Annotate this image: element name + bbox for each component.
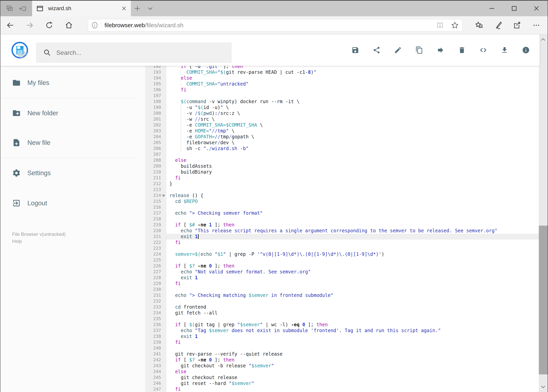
hub-favorites-icon[interactable] xyxy=(470,16,489,35)
sidebar-item-logout[interactable]: Logout xyxy=(12,196,133,210)
refresh-button[interactable] xyxy=(40,16,59,35)
code-line[interactable]: 246 git reset --hard "$semver" xyxy=(145,380,539,386)
code-line[interactable]: 201 -w //src \ xyxy=(145,116,539,122)
code-line[interactable]: 223 xyxy=(145,245,539,251)
scrollbar-thumb[interactable] xyxy=(539,226,548,374)
code-line[interactable]: 227 echo "Not valid semver format. See s… xyxy=(145,269,539,275)
share-icon[interactable] xyxy=(508,16,527,35)
fold-marker-icon[interactable] xyxy=(162,195,165,197)
code-line[interactable]: 213 xyxy=(145,187,539,193)
code-line[interactable]: 193 COMMIT_SHA="$(git rev-parse HEAD | c… xyxy=(145,69,539,75)
code-line[interactable]: 238 exit 1 xyxy=(145,334,539,339)
code-line[interactable]: 214release () { xyxy=(145,193,539,198)
code-line[interactable]: 192 if [ -d ".git" ]; then xyxy=(145,66,539,69)
url-text[interactable]: filebrowser.web/files/wizard.sh xyxy=(104,22,433,28)
code-line[interactable]: 240 xyxy=(145,345,539,351)
code-line[interactable]: 219 if [ $# -ne 1 ]; then xyxy=(145,222,539,228)
code-line[interactable]: 208 else xyxy=(145,157,539,163)
code-line[interactable]: 216 xyxy=(145,204,539,210)
code-line[interactable]: 239 fi xyxy=(145,339,539,345)
tab-preview-chevron-icon[interactable] xyxy=(144,0,157,16)
code-line[interactable]: 209 buildAssets xyxy=(145,163,539,169)
code-line[interactable]: 230 xyxy=(145,287,539,292)
code-line[interactable]: 207 xyxy=(145,152,539,157)
code-line[interactable]: 242 if [ $? -ne 0 ]; then xyxy=(145,357,539,363)
delete-button[interactable] xyxy=(458,46,466,54)
code-line[interactable]: 197 xyxy=(145,93,539,99)
scroll-up-icon[interactable] xyxy=(540,37,546,42)
code-line[interactable]: 218 xyxy=(145,216,539,222)
sidebar-item-new-file[interactable]: New file xyxy=(12,136,133,150)
home-button[interactable] xyxy=(59,16,79,35)
code-line[interactable]: 236 if [ $(git tag | grep "$semver" | wc… xyxy=(145,322,539,328)
code-line[interactable]: 210 buildBinary xyxy=(145,169,539,175)
code-line[interactable]: 232 xyxy=(145,298,539,304)
code-line[interactable]: 212} xyxy=(145,181,539,187)
code-line[interactable]: 204 -e GOPATH=//tmp/gopath \ xyxy=(145,134,539,140)
code-line[interactable]: 241 git rev-parse --verify --quiet relea… xyxy=(145,351,539,357)
code-line[interactable]: 206 sh -c "./wizard.sh -b" xyxy=(145,146,539,152)
set-tabs-aside-icon[interactable] xyxy=(19,4,27,13)
code-line[interactable]: 195 COMMIT_SHA="untracked" xyxy=(145,81,539,87)
code-line[interactable]: 203 -e HOME="//tmp" \ xyxy=(145,128,539,134)
code-line[interactable]: 225 xyxy=(145,257,539,263)
scroll-down-icon[interactable] xyxy=(540,384,546,390)
code-line[interactable]: 233 cd frontend xyxy=(145,304,539,310)
code-line[interactable]: 237 echo "Tag $semver does not exist in … xyxy=(145,328,539,334)
minimize-button[interactable] xyxy=(481,0,503,16)
page-scrollbar[interactable] xyxy=(539,35,548,392)
code-line[interactable]: 243 git checkout -b release "$semver" xyxy=(145,363,539,369)
address-bar[interactable]: filebrowser.web/files/wizard.sh xyxy=(88,19,463,31)
annotate-pen-icon[interactable] xyxy=(489,16,508,35)
code-line[interactable]: 231 echo "> Checking matching $semver in… xyxy=(145,292,539,298)
edit-button[interactable] xyxy=(394,46,402,54)
search-bar[interactable] xyxy=(36,42,232,63)
tab-close-icon[interactable] xyxy=(121,6,127,11)
code-line[interactable]: 244 else xyxy=(145,369,539,375)
code-line[interactable]: 199 -u "$(id -u)" \ xyxy=(145,105,539,110)
sidebar-item-settings[interactable]: Settings xyxy=(12,166,133,180)
code-line[interactable]: 196 fi xyxy=(145,87,539,93)
code-line[interactable]: 245 git checkout release xyxy=(145,375,539,380)
code-line[interactable]: 200 -v /$(pwd):/src:z \ xyxy=(145,110,539,116)
site-info-icon[interactable] xyxy=(88,21,101,29)
move-button[interactable] xyxy=(437,46,444,54)
maximize-button[interactable] xyxy=(503,0,525,16)
close-button[interactable] xyxy=(525,0,548,16)
copy-button[interactable] xyxy=(415,46,423,54)
help-link[interactable]: Help xyxy=(12,238,22,245)
code-line[interactable]: 222 fi xyxy=(145,239,539,245)
code-line[interactable]: 211 fi xyxy=(145,175,539,181)
new-tab-button[interactable] xyxy=(131,0,144,16)
code-view-button[interactable] xyxy=(479,46,487,54)
search-input[interactable] xyxy=(56,49,213,56)
more-options-icon[interactable] xyxy=(527,16,546,35)
code-line[interactable]: 217 echo "> Checking semver format" xyxy=(145,210,539,216)
tabs-set-aside-icon[interactable] xyxy=(5,4,14,13)
sidebar-item-my-files[interactable]: My files xyxy=(12,76,133,90)
code-line[interactable]: 224 semver=$(echo "$1" | grep -P '^v(0|[… xyxy=(145,251,539,257)
code-line[interactable]: 247 fi xyxy=(145,386,539,392)
sidebar-item-new-folder[interactable]: New folder xyxy=(12,106,133,120)
share-file-button[interactable] xyxy=(373,46,381,54)
info-button[interactable] xyxy=(522,46,530,54)
code-line[interactable]: 228 exit 1 xyxy=(145,275,539,281)
code-line[interactable]: 220 echo "This release script requires a… xyxy=(145,228,539,234)
code-line[interactable]: 198 $(command -v winpty) docker run --rm… xyxy=(145,99,539,105)
download-button[interactable] xyxy=(501,46,508,54)
save-button[interactable] xyxy=(351,46,359,54)
add-favorite-star-icon[interactable] xyxy=(447,21,462,29)
code-line[interactable]: 235 xyxy=(145,316,539,322)
code-line[interactable]: 215 cd $REPO xyxy=(145,198,539,204)
code-line[interactable]: 205 filebrowser/dev \ xyxy=(145,140,539,146)
back-button[interactable] xyxy=(0,16,20,35)
code-line[interactable]: 226 if [ $? -ne 0 ]; then xyxy=(145,263,539,269)
code-line[interactable]: 221 exit 1 xyxy=(145,234,539,239)
code-line[interactable]: 194 else xyxy=(145,75,539,81)
code-line[interactable]: 234 git fetch --all xyxy=(145,310,539,316)
reading-view-icon[interactable] xyxy=(433,21,447,29)
filebrowser-logo[interactable] xyxy=(11,42,28,59)
forward-button[interactable] xyxy=(20,16,40,35)
browser-tab[interactable]: wizard.sh xyxy=(32,0,131,16)
code-editor[interactable]: 192 if [ -d ".git" ]; then193 COMMIT_SHA… xyxy=(145,66,539,392)
